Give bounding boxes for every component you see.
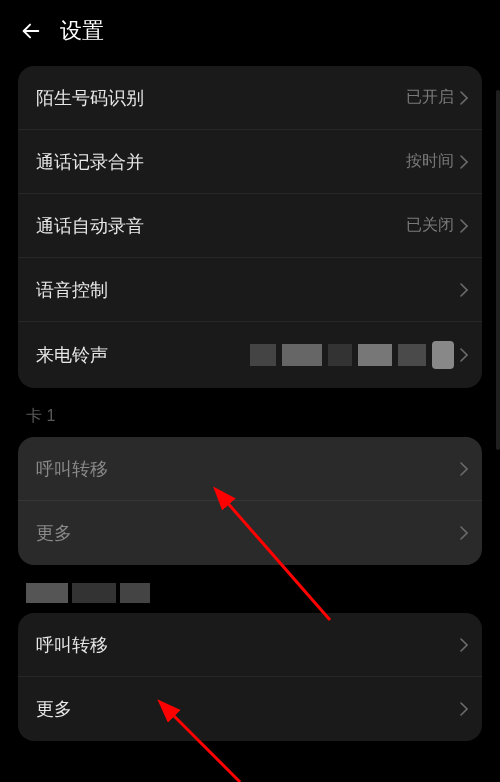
settings-group-sim1: 呼叫转移 更多 bbox=[18, 437, 482, 565]
row-label: 通话记录合并 bbox=[36, 150, 144, 174]
row-more-2[interactable]: 更多 bbox=[18, 677, 482, 741]
chevron-right-icon bbox=[460, 91, 468, 105]
row-value: 已开启 bbox=[406, 87, 454, 108]
chevron-right-icon bbox=[460, 638, 468, 652]
row-label: 通话自动录音 bbox=[36, 214, 144, 238]
row-label: 陌生号码识别 bbox=[36, 86, 144, 110]
chevron-right-icon bbox=[460, 348, 468, 362]
section-sim2-label-redacted bbox=[18, 583, 482, 613]
page-title: 设置 bbox=[60, 16, 104, 46]
row-value: 已关闭 bbox=[406, 215, 454, 236]
row-call-log-merge[interactable]: 通话记录合并 按时间 bbox=[18, 130, 482, 194]
section-sim1-label: 卡 1 bbox=[18, 406, 482, 437]
chevron-right-icon bbox=[460, 526, 468, 540]
back-icon[interactable] bbox=[20, 20, 42, 42]
settings-group-general: 陌生号码识别 已开启 通话记录合并 按时间 通话自动录音 已关闭 bbox=[18, 66, 482, 388]
row-right: 按时间 bbox=[406, 151, 468, 172]
row-more-1[interactable]: 更多 bbox=[18, 501, 482, 565]
row-label: 来电铃声 bbox=[36, 343, 108, 367]
chevron-right-icon bbox=[460, 155, 468, 169]
row-label: 更多 bbox=[36, 697, 72, 721]
row-right bbox=[460, 702, 468, 716]
header: 设置 bbox=[0, 0, 500, 58]
row-label: 更多 bbox=[36, 521, 72, 545]
row-unknown-number-id[interactable]: 陌生号码识别 已开启 bbox=[18, 66, 482, 130]
chevron-right-icon bbox=[460, 283, 468, 297]
content: 陌生号码识别 已开启 通话记录合并 按时间 通话自动录音 已关闭 bbox=[0, 58, 500, 741]
row-ringtone[interactable]: 来电铃声 bbox=[18, 322, 482, 388]
row-right: 已关闭 bbox=[406, 215, 468, 236]
row-right bbox=[250, 341, 468, 369]
row-auto-record[interactable]: 通话自动录音 已关闭 bbox=[18, 194, 482, 258]
row-call-forward-1[interactable]: 呼叫转移 bbox=[18, 437, 482, 501]
row-voice-control[interactable]: 语音控制 bbox=[18, 258, 482, 322]
scrollbar-hint bbox=[496, 90, 500, 450]
row-label: 呼叫转移 bbox=[36, 457, 108, 481]
chevron-right-icon bbox=[460, 219, 468, 233]
chevron-right-icon bbox=[460, 462, 468, 476]
row-value: 按时间 bbox=[406, 151, 454, 172]
row-label: 语音控制 bbox=[36, 278, 108, 302]
row-label: 呼叫转移 bbox=[36, 633, 108, 657]
row-right: 已开启 bbox=[406, 87, 468, 108]
chevron-right-icon bbox=[460, 702, 468, 716]
row-right bbox=[460, 526, 468, 540]
settings-group-sim2: 呼叫转移 更多 bbox=[18, 613, 482, 741]
row-right bbox=[460, 638, 468, 652]
ringtone-value-redacted bbox=[250, 341, 454, 369]
row-call-forward-2[interactable]: 呼叫转移 bbox=[18, 613, 482, 677]
row-right bbox=[460, 283, 468, 297]
row-right bbox=[460, 462, 468, 476]
